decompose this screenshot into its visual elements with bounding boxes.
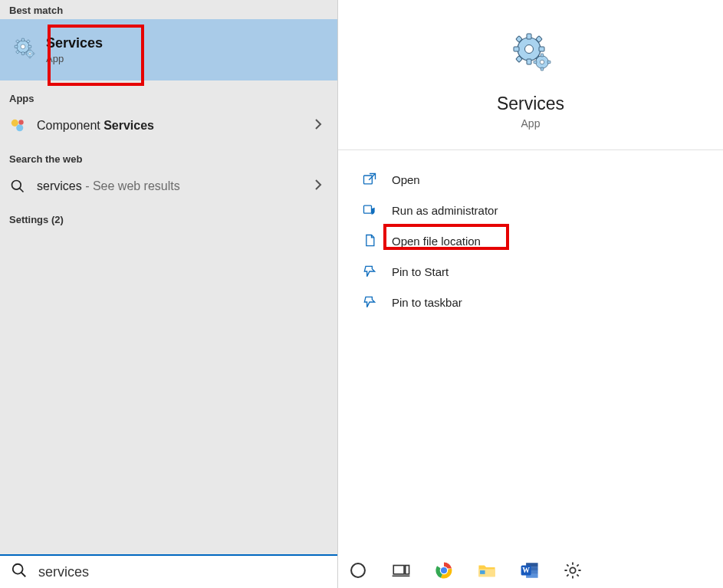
- svg-text:W: W: [522, 566, 530, 574]
- taskbar: W: [338, 553, 723, 588]
- preview-title: Services: [497, 94, 564, 114]
- preview-subtitle: App: [521, 117, 541, 130]
- preview-pane: Services App Open Run as administrator: [338, 0, 723, 588]
- taskbar-chrome-icon[interactable]: [432, 558, 456, 583]
- svg-point-18: [18, 120, 23, 124]
- taskbar-task-view-icon[interactable]: [389, 558, 413, 583]
- action-pin-to-start[interactable]: Pin to Start: [360, 256, 702, 287]
- search-icon: [9, 179, 26, 194]
- web-item-label: services - See web results: [37, 179, 180, 193]
- best-match-subtitle: App: [46, 53, 103, 64]
- action-run-as-admin[interactable]: Run as administrator: [360, 195, 702, 225]
- taskbar-settings-icon[interactable]: [560, 558, 585, 583]
- svg-rect-24: [364, 205, 372, 213]
- taskbar-cortana-icon[interactable]: [346, 558, 370, 583]
- component-services-icon: [9, 118, 26, 133]
- action-open-file-location[interactable]: Open file location: [360, 225, 702, 256]
- pin-icon: [361, 294, 378, 310]
- admin-shield-icon: [361, 202, 378, 218]
- best-match-item[interactable]: Services App: [0, 19, 337, 80]
- svg-line-22: [21, 573, 26, 577]
- action-label: Open: [392, 173, 420, 186]
- svg-rect-23: [364, 176, 373, 184]
- services-gear-icon: [12, 37, 35, 63]
- file-location-icon: [361, 233, 378, 248]
- search-icon: [11, 562, 28, 582]
- apps-item-label: Component Services: [37, 119, 154, 133]
- svg-rect-27: [406, 566, 409, 574]
- action-label: Open file location: [392, 235, 481, 248]
- section-web: Search the web: [0, 149, 337, 168]
- svg-point-17: [16, 124, 23, 131]
- section-settings[interactable]: Settings (2): [0, 209, 337, 228]
- action-label: Run as administrator: [392, 204, 498, 217]
- svg-line-20: [20, 189, 24, 192]
- action-label: Pin to Start: [392, 265, 449, 278]
- chevron-right-icon: [314, 119, 322, 133]
- svg-rect-26: [393, 566, 404, 574]
- svg-point-19: [12, 181, 21, 190]
- section-best-match: Best match: [0, 0, 337, 19]
- svg-point-41: [570, 567, 575, 573]
- search-results-pane: Best match Services App Apps: [0, 0, 337, 588]
- svg-point-21: [13, 564, 23, 574]
- web-search-item[interactable]: services - See web results: [0, 168, 337, 205]
- best-match-title: Services: [46, 35, 103, 51]
- apps-item-component-services[interactable]: Component Services: [0, 107, 337, 144]
- search-input[interactable]: [37, 563, 327, 581]
- action-pin-to-taskbar[interactable]: Pin to taskbar: [360, 287, 702, 317]
- pin-icon: [361, 264, 378, 279]
- svg-point-25: [351, 563, 365, 577]
- search-bar[interactable]: [0, 554, 337, 588]
- open-icon: [361, 172, 378, 187]
- svg-rect-33: [480, 570, 485, 574]
- svg-point-31: [441, 567, 447, 573]
- taskbar-word-icon[interactable]: W: [518, 558, 542, 583]
- chevron-right-icon: [314, 179, 322, 193]
- taskbar-file-explorer-icon[interactable]: [475, 558, 499, 583]
- section-apps: Apps: [0, 88, 337, 107]
- action-open[interactable]: Open: [360, 164, 702, 195]
- action-label: Pin to taskbar: [392, 296, 462, 309]
- services-gear-icon: [509, 31, 552, 77]
